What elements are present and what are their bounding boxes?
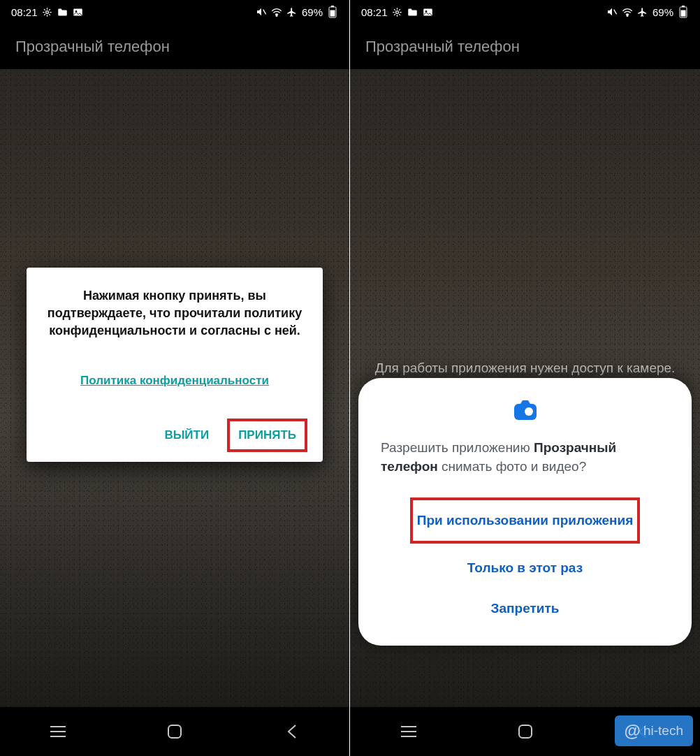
while-using-highlight: При использовании приложения bbox=[381, 497, 669, 544]
watermark-text: hi-tech bbox=[643, 723, 683, 739]
status-right: 69% bbox=[606, 6, 689, 18]
dialog-actions: ВЫЙТИ ПРИНЯТЬ bbox=[42, 419, 307, 452]
airplane-icon bbox=[637, 6, 648, 17]
svg-point-21 bbox=[525, 407, 533, 416]
app-title: Прозрачный телефон bbox=[365, 38, 520, 56]
svg-rect-6 bbox=[331, 6, 334, 7]
privacy-policy-link[interactable]: Политика конфиденциальности bbox=[80, 374, 269, 387]
permission-sheet: Разрешить приложению Прозрачный телефон … bbox=[358, 378, 692, 646]
mute-icon bbox=[256, 6, 267, 17]
recents-button[interactable] bbox=[388, 718, 430, 746]
image-icon bbox=[423, 6, 434, 17]
status-right: 69% bbox=[256, 6, 338, 18]
permission-suffix: снимать фото и видео? bbox=[438, 459, 586, 474]
camera-access-message: Для работы приложения нужен доступ к кам… bbox=[367, 358, 683, 378]
nav-bar bbox=[0, 707, 349, 756]
battery-text: 69% bbox=[302, 6, 323, 18]
svg-line-3 bbox=[263, 10, 266, 15]
allow-while-using-button[interactable]: При использовании приложения bbox=[417, 500, 633, 541]
svg-point-0 bbox=[46, 10, 49, 13]
status-bar: 08:21 69% bbox=[0, 0, 349, 24]
app-header: Прозрачный телефон bbox=[350, 24, 700, 69]
allow-once-button[interactable]: Только в этот раз bbox=[381, 548, 669, 588]
watermark: @ hi-tech bbox=[615, 715, 693, 746]
mute-icon bbox=[606, 6, 618, 17]
image-icon bbox=[73, 6, 84, 17]
pinwheel-icon bbox=[392, 6, 403, 17]
permission-question: Разрешить приложению Прозрачный телефон … bbox=[381, 438, 669, 477]
svg-line-15 bbox=[614, 10, 617, 15]
svg-rect-7 bbox=[330, 10, 335, 17]
dialog-message: Нажимая кнопку принять, вы подтверждаете… bbox=[42, 287, 307, 340]
home-button[interactable] bbox=[504, 718, 546, 746]
content-area: Для работы приложения нужен доступ к кам… bbox=[350, 69, 700, 707]
airplane-icon bbox=[286, 6, 298, 17]
svg-point-16 bbox=[627, 15, 628, 16]
status-time: 08:21 bbox=[361, 6, 388, 18]
status-time: 08:21 bbox=[11, 6, 38, 18]
folder-icon bbox=[407, 6, 418, 17]
pinwheel-icon bbox=[42, 6, 53, 17]
svg-point-12 bbox=[396, 10, 399, 13]
folder-icon bbox=[57, 6, 68, 17]
wifi-icon bbox=[622, 6, 633, 17]
status-left: 08:21 bbox=[11, 6, 84, 18]
status-bar: 08:21 69% bbox=[350, 0, 700, 24]
battery-icon bbox=[678, 6, 689, 17]
deny-button[interactable]: Запретить bbox=[381, 588, 669, 629]
phone-screen-2: 08:21 69% bbox=[350, 0, 700, 756]
camera-icon bbox=[381, 399, 669, 421]
permission-prefix: Разрешить приложению bbox=[381, 440, 534, 455]
battery-text: 69% bbox=[652, 6, 673, 18]
app-header: Прозрачный телефон bbox=[0, 24, 349, 69]
svg-rect-25 bbox=[519, 725, 532, 738]
svg-rect-19 bbox=[681, 10, 686, 17]
accept-highlight: ПРИНЯТЬ bbox=[227, 419, 307, 452]
app-title: Прозрачный телефон bbox=[15, 38, 170, 56]
exit-button[interactable]: ВЫЙТИ bbox=[157, 421, 216, 449]
recents-button[interactable] bbox=[37, 718, 79, 746]
content-area: Нажимая кнопку принять, вы подтверждаете… bbox=[0, 69, 349, 707]
svg-rect-18 bbox=[682, 6, 685, 7]
at-icon: @ bbox=[625, 721, 641, 741]
home-button[interactable] bbox=[154, 718, 196, 746]
back-button[interactable] bbox=[270, 718, 312, 746]
wifi-icon bbox=[271, 6, 282, 17]
privacy-link-row: Политика конфиденциальности bbox=[42, 374, 307, 388]
privacy-dialog: Нажимая кнопку принять, вы подтверждаете… bbox=[27, 268, 323, 462]
phone-screen-1: 08:21 69% bbox=[0, 0, 350, 756]
status-left: 08:21 bbox=[361, 6, 434, 18]
battery-icon bbox=[327, 6, 338, 17]
accept-button[interactable]: ПРИНЯТЬ bbox=[234, 424, 300, 446]
svg-point-4 bbox=[276, 15, 277, 16]
svg-rect-11 bbox=[168, 725, 181, 738]
